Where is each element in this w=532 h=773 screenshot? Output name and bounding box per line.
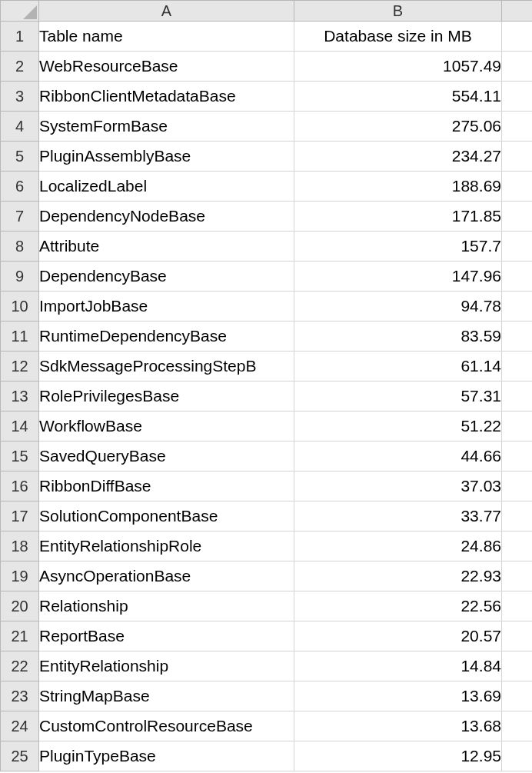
select-all-corner[interactable] (1, 1, 39, 22)
cell-A[interactable]: RolePrivilegesBase (39, 382, 294, 411)
cell-A[interactable]: SdkMessageProcessingStepB (39, 352, 294, 382)
cell-B[interactable]: 234.27 (294, 142, 502, 172)
cell-C[interactable] (502, 591, 533, 621)
cell-C[interactable] (502, 322, 533, 352)
cell-B[interactable]: 57.31 (294, 382, 502, 411)
cell-A[interactable]: EntityRelationshipRole (39, 531, 294, 561)
row-header[interactable]: 3 (1, 82, 39, 112)
row-header[interactable]: 17 (1, 501, 39, 531)
row-header[interactable]: 16 (1, 471, 39, 501)
cell-A[interactable]: Table name (39, 22, 294, 52)
row-header[interactable]: 6 (1, 172, 39, 202)
cell-B[interactable]: 157.7 (294, 232, 502, 262)
cell-B[interactable]: Database size in MB (294, 22, 502, 52)
row-header[interactable]: 20 (1, 591, 39, 621)
cell-A[interactable]: ReportBase (39, 621, 294, 651)
cell-A[interactable]: WebResourceBase (39, 52, 294, 82)
cell-B[interactable]: 24.86 (294, 531, 502, 561)
cell-C[interactable] (502, 741, 533, 771)
cell-C[interactable] (502, 292, 533, 322)
cell-A[interactable]: StringMapBase (39, 681, 294, 711)
cell-C[interactable] (502, 651, 533, 681)
cell-C[interactable] (502, 142, 533, 172)
cell-C[interactable] (502, 681, 533, 711)
cell-C[interactable] (502, 232, 533, 262)
row-header[interactable]: 23 (1, 681, 39, 711)
cell-A[interactable]: DependencyBase (39, 262, 294, 292)
cell-B[interactable]: 171.85 (294, 202, 502, 232)
cell-B[interactable]: 188.69 (294, 172, 502, 202)
cell-A[interactable]: SolutionComponentBase (39, 501, 294, 531)
row-header[interactable]: 13 (1, 382, 39, 411)
row-header[interactable]: 11 (1, 322, 39, 352)
cell-B[interactable]: 147.96 (294, 262, 502, 292)
row-header[interactable]: 8 (1, 232, 39, 262)
cell-C[interactable] (502, 202, 533, 232)
cell-A[interactable]: CustomControlResourceBase (39, 711, 294, 741)
row-header[interactable]: 9 (1, 262, 39, 292)
cell-B[interactable]: 14.84 (294, 651, 502, 681)
cell-B[interactable]: 83.59 (294, 322, 502, 352)
row-header[interactable]: 24 (1, 711, 39, 741)
cell-A[interactable]: EntityRelationship (39, 651, 294, 681)
cell-C[interactable] (502, 52, 533, 82)
column-header-A[interactable]: A (39, 1, 294, 22)
cell-B[interactable]: 554.11 (294, 82, 502, 112)
row-header[interactable]: 10 (1, 292, 39, 322)
cell-C[interactable] (502, 82, 533, 112)
cell-C[interactable] (502, 501, 533, 531)
cell-A[interactable]: SavedQueryBase (39, 441, 294, 471)
row-header[interactable]: 19 (1, 561, 39, 591)
cell-B[interactable]: 12.95 (294, 741, 502, 771)
cell-C[interactable] (502, 352, 533, 382)
cell-C[interactable] (502, 22, 533, 52)
cell-C[interactable] (502, 711, 533, 741)
cell-C[interactable] (502, 531, 533, 561)
column-header-B[interactable]: B (294, 1, 502, 22)
row-header[interactable]: 5 (1, 142, 39, 172)
cell-C[interactable] (502, 112, 533, 142)
cell-A[interactable]: ImportJobBase (39, 292, 294, 322)
cell-B[interactable]: 13.69 (294, 681, 502, 711)
cell-B[interactable]: 13.68 (294, 711, 502, 741)
cell-A[interactable]: RibbonDiffBase (39, 471, 294, 501)
cell-A[interactable]: Attribute (39, 232, 294, 262)
cell-A[interactable]: AsyncOperationBase (39, 561, 294, 591)
cell-A[interactable]: DependencyNodeBase (39, 202, 294, 232)
cell-C[interactable] (502, 621, 533, 651)
row-header[interactable]: 7 (1, 202, 39, 232)
cell-B[interactable]: 44.66 (294, 441, 502, 471)
cell-A[interactable]: SystemFormBase (39, 112, 294, 142)
row-header[interactable]: 1 (1, 22, 39, 52)
row-header[interactable]: 2 (1, 52, 39, 82)
cell-C[interactable] (502, 172, 533, 202)
cell-C[interactable] (502, 441, 533, 471)
column-header-C[interactable] (502, 1, 533, 22)
cell-A[interactable]: WorkflowBase (39, 411, 294, 441)
cell-B[interactable]: 37.03 (294, 471, 502, 501)
cell-B[interactable]: 51.22 (294, 411, 502, 441)
cell-B[interactable]: 94.78 (294, 292, 502, 322)
row-header[interactable]: 21 (1, 621, 39, 651)
cell-B[interactable]: 1057.49 (294, 52, 502, 82)
cell-C[interactable] (502, 382, 533, 411)
row-header[interactable]: 4 (1, 112, 39, 142)
cell-C[interactable] (502, 262, 533, 292)
cell-B[interactable]: 275.06 (294, 112, 502, 142)
cell-A[interactable]: RibbonClientMetadataBase (39, 82, 294, 112)
row-header[interactable]: 12 (1, 352, 39, 382)
cell-A[interactable]: PluginTypeBase (39, 741, 294, 771)
row-header[interactable]: 25 (1, 741, 39, 771)
row-header[interactable]: 14 (1, 411, 39, 441)
cell-A[interactable]: PluginAssemblyBase (39, 142, 294, 172)
cell-C[interactable] (502, 471, 533, 501)
cell-B[interactable]: 20.57 (294, 621, 502, 651)
cell-A[interactable]: Relationship (39, 591, 294, 621)
cell-C[interactable] (502, 561, 533, 591)
row-header[interactable]: 18 (1, 531, 39, 561)
row-header[interactable]: 15 (1, 441, 39, 471)
cell-B[interactable]: 22.93 (294, 561, 502, 591)
spreadsheet-grid[interactable]: A B 1Table nameDatabase size in MB2WebRe… (0, 0, 532, 771)
row-header[interactable]: 22 (1, 651, 39, 681)
cell-C[interactable] (502, 411, 533, 441)
